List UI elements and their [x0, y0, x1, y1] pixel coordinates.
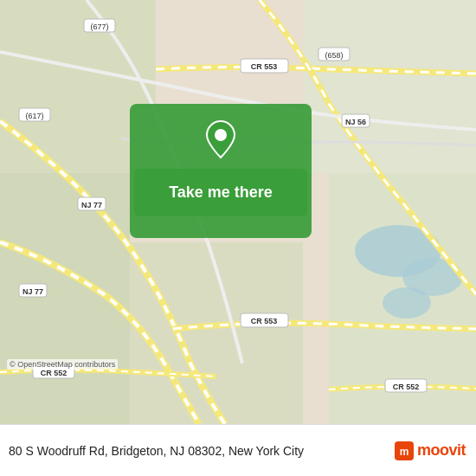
- svg-point-30: [215, 129, 227, 141]
- map-pin: [205, 119, 236, 158]
- svg-text:CR 553: CR 553: [251, 317, 278, 325]
- svg-text:CR 552: CR 552: [393, 383, 420, 391]
- svg-rect-4: [303, 0, 476, 173]
- map-view: CR 553 (658) (677) (617) NJ 56 NJ 77 NJ …: [0, 0, 476, 424]
- take-me-there-label: Take me there: [169, 183, 273, 202]
- address-label: 80 S Woodruff Rd, Bridgeton, NJ 08302, N…: [9, 444, 395, 458]
- moovit-logo: m moovit: [395, 441, 466, 460]
- svg-text:m: m: [400, 446, 409, 458]
- svg-text:NJ 77: NJ 77: [81, 201, 102, 209]
- bottom-bar: 80 S Woodruff Rd, Bridgeton, NJ 08302, N…: [0, 424, 476, 476]
- svg-text:(617): (617): [25, 112, 43, 120]
- svg-text:CR 553: CR 553: [251, 62, 278, 71]
- svg-text:CR 552: CR 552: [41, 369, 68, 377]
- map-attribution: © OpenStreetMap contributors: [7, 359, 118, 370]
- moovit-logo-icon: m: [395, 441, 414, 460]
- take-me-there-button[interactable]: Take me there: [134, 169, 307, 216]
- svg-text:NJ 56: NJ 56: [345, 118, 366, 126]
- moovit-logo-text: moovit: [417, 441, 466, 460]
- svg-text:NJ 77: NJ 77: [23, 287, 43, 296]
- svg-point-8: [383, 287, 431, 318]
- svg-text:(677): (677): [90, 23, 108, 31]
- svg-text:(658): (658): [325, 51, 343, 60]
